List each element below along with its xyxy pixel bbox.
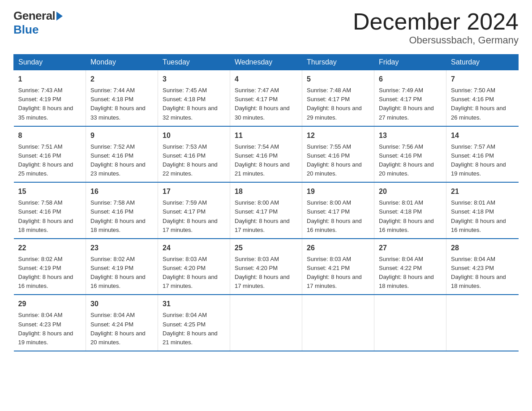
calendar-cell: 10Sunrise: 7:53 AMSunset: 4:16 PMDayligh… [158, 126, 230, 183]
calendar-cell: 13Sunrise: 7:56 AMSunset: 4:16 PMDayligh… [374, 126, 446, 183]
day-info: Sunrise: 8:04 AMSunset: 4:25 PMDaylight:… [163, 312, 218, 345]
day-number: 1 [18, 74, 82, 85]
day-info: Sunrise: 7:49 AMSunset: 4:17 PMDaylight:… [379, 87, 434, 120]
day-number: 9 [90, 130, 153, 141]
day-info: Sunrise: 7:43 AMSunset: 4:19 PMDaylight:… [18, 87, 73, 120]
day-info: Sunrise: 7:53 AMSunset: 4:16 PMDaylight:… [163, 143, 218, 177]
calendar-cell: 11Sunrise: 7:54 AMSunset: 4:16 PMDayligh… [230, 126, 302, 183]
day-number: 7 [451, 74, 514, 85]
calendar-cell: 18Sunrise: 8:00 AMSunset: 4:17 PMDayligh… [230, 182, 302, 239]
calendar-cell: 12Sunrise: 7:55 AMSunset: 4:16 PMDayligh… [302, 126, 374, 183]
logo-text-general: General [13, 9, 55, 23]
calendar-cell: 23Sunrise: 8:02 AMSunset: 4:19 PMDayligh… [86, 239, 158, 295]
day-number: 12 [307, 130, 369, 141]
day-number: 11 [235, 130, 297, 141]
day-info: Sunrise: 7:47 AMSunset: 4:17 PMDaylight:… [235, 87, 290, 120]
day-info: Sunrise: 7:51 AMSunset: 4:16 PMDaylight:… [18, 143, 73, 177]
day-info: Sunrise: 8:04 AMSunset: 4:24 PMDaylight:… [90, 312, 146, 345]
day-info: Sunrise: 7:52 AMSunset: 4:16 PMDaylight:… [90, 143, 146, 177]
day-info: Sunrise: 7:57 AMSunset: 4:16 PMDaylight:… [451, 143, 506, 177]
page-header: General Blue December 2024 Obersussbach,… [13, 9, 519, 46]
day-info: Sunrise: 7:56 AMSunset: 4:16 PMDaylight:… [379, 143, 434, 177]
day-info: Sunrise: 8:00 AMSunset: 4:17 PMDaylight:… [235, 199, 290, 233]
calendar-cell: 20Sunrise: 8:01 AMSunset: 4:18 PMDayligh… [374, 182, 446, 239]
calendar-cell [302, 295, 374, 351]
calendar-cell: 31Sunrise: 8:04 AMSunset: 4:25 PMDayligh… [158, 295, 230, 351]
calendar-cell: 19Sunrise: 8:00 AMSunset: 4:17 PMDayligh… [302, 182, 374, 239]
day-number: 31 [163, 299, 225, 309]
calendar-cell: 25Sunrise: 8:03 AMSunset: 4:20 PMDayligh… [230, 239, 302, 295]
day-info: Sunrise: 7:54 AMSunset: 4:16 PMDaylight:… [235, 143, 290, 177]
logo-triangle-icon [56, 12, 63, 21]
calendar-cell: 22Sunrise: 8:02 AMSunset: 4:19 PMDayligh… [14, 239, 86, 295]
day-info: Sunrise: 7:45 AMSunset: 4:18 PMDaylight:… [163, 87, 218, 120]
day-info: Sunrise: 7:58 AMSunset: 4:16 PMDaylight:… [18, 199, 73, 233]
week-row-3: 15Sunrise: 7:58 AMSunset: 4:16 PMDayligh… [14, 182, 519, 239]
day-number: 29 [18, 299, 82, 309]
day-number: 2 [90, 74, 153, 85]
calendar-cell: 14Sunrise: 7:57 AMSunset: 4:16 PMDayligh… [446, 126, 519, 183]
calendar-cell: 3Sunrise: 7:45 AMSunset: 4:18 PMDaylight… [158, 70, 230, 126]
day-number: 17 [163, 186, 225, 197]
calendar-cell: 5Sunrise: 7:48 AMSunset: 4:17 PMDaylight… [302, 70, 374, 126]
day-number: 21 [451, 186, 514, 197]
day-number: 25 [235, 243, 297, 253]
weekday-header-saturday: Saturday [446, 55, 519, 70]
day-info: Sunrise: 7:59 AMSunset: 4:17 PMDaylight:… [163, 199, 218, 233]
calendar-cell: 21Sunrise: 8:01 AMSunset: 4:18 PMDayligh… [446, 182, 519, 239]
calendar-cell: 24Sunrise: 8:03 AMSunset: 4:20 PMDayligh… [158, 239, 230, 295]
calendar-cell: 29Sunrise: 8:04 AMSunset: 4:23 PMDayligh… [14, 295, 86, 351]
week-row-4: 22Sunrise: 8:02 AMSunset: 4:19 PMDayligh… [14, 239, 519, 295]
weekday-header-friday: Friday [374, 55, 446, 70]
day-number: 27 [379, 243, 442, 253]
day-number: 28 [451, 243, 514, 253]
day-info: Sunrise: 8:03 AMSunset: 4:20 PMDaylight:… [235, 256, 290, 289]
calendar-cell: 2Sunrise: 7:44 AMSunset: 4:18 PMDaylight… [86, 70, 158, 126]
calendar-cell: 26Sunrise: 8:03 AMSunset: 4:21 PMDayligh… [302, 239, 374, 295]
calendar-cell: 17Sunrise: 7:59 AMSunset: 4:17 PMDayligh… [158, 182, 230, 239]
day-info: Sunrise: 8:03 AMSunset: 4:20 PMDaylight:… [163, 256, 218, 289]
calendar-cell [374, 295, 446, 351]
day-number: 26 [307, 243, 369, 253]
weekday-header-row: SundayMondayTuesdayWednesdayThursdayFrid… [14, 55, 519, 70]
weekday-header-monday: Monday [86, 55, 158, 70]
weekday-header-sunday: Sunday [14, 55, 86, 70]
calendar-cell: 7Sunrise: 7:50 AMSunset: 4:16 PMDaylight… [446, 70, 519, 126]
day-info: Sunrise: 8:04 AMSunset: 4:22 PMDaylight:… [379, 256, 434, 289]
day-info: Sunrise: 8:04 AMSunset: 4:23 PMDaylight:… [18, 312, 73, 345]
day-number: 16 [90, 186, 153, 197]
calendar-cell: 1Sunrise: 7:43 AMSunset: 4:19 PMDaylight… [14, 70, 86, 126]
week-row-1: 1Sunrise: 7:43 AMSunset: 4:19 PMDaylight… [14, 70, 519, 126]
day-info: Sunrise: 7:50 AMSunset: 4:16 PMDaylight:… [451, 87, 506, 120]
logo-text-blue: Blue [13, 23, 39, 37]
day-number: 30 [90, 299, 153, 309]
day-number: 15 [18, 186, 82, 197]
day-info: Sunrise: 8:01 AMSunset: 4:18 PMDaylight:… [451, 199, 506, 233]
day-number: 23 [90, 243, 153, 253]
calendar-cell: 30Sunrise: 8:04 AMSunset: 4:24 PMDayligh… [86, 295, 158, 351]
day-number: 22 [18, 243, 82, 253]
day-info: Sunrise: 7:44 AMSunset: 4:18 PMDaylight:… [90, 87, 146, 120]
day-info: Sunrise: 7:58 AMSunset: 4:16 PMDaylight:… [90, 199, 146, 233]
day-info: Sunrise: 7:55 AMSunset: 4:16 PMDaylight:… [307, 143, 362, 177]
week-row-2: 8Sunrise: 7:51 AMSunset: 4:16 PMDaylight… [14, 126, 519, 183]
day-number: 8 [18, 130, 82, 141]
day-number: 20 [379, 186, 442, 197]
calendar-cell: 28Sunrise: 8:04 AMSunset: 4:23 PMDayligh… [446, 239, 519, 295]
day-number: 19 [307, 186, 369, 197]
title-section: December 2024 Obersussbach, Germany [353, 9, 519, 46]
day-number: 10 [163, 130, 225, 141]
calendar-cell: 4Sunrise: 7:47 AMSunset: 4:17 PMDaylight… [230, 70, 302, 126]
day-number: 24 [163, 243, 225, 253]
calendar-cell: 6Sunrise: 7:49 AMSunset: 4:17 PMDaylight… [374, 70, 446, 126]
calendar-cell: 8Sunrise: 7:51 AMSunset: 4:16 PMDaylight… [14, 126, 86, 183]
day-info: Sunrise: 8:04 AMSunset: 4:23 PMDaylight:… [451, 256, 506, 289]
month-title: December 2024 [353, 9, 519, 34]
calendar-cell: 27Sunrise: 8:04 AMSunset: 4:22 PMDayligh… [374, 239, 446, 295]
day-number: 14 [451, 130, 514, 141]
calendar-cell [230, 295, 302, 351]
calendar-cell [446, 295, 519, 351]
day-number: 13 [379, 130, 442, 141]
week-row-5: 29Sunrise: 8:04 AMSunset: 4:23 PMDayligh… [14, 295, 519, 351]
day-number: 18 [235, 186, 297, 197]
